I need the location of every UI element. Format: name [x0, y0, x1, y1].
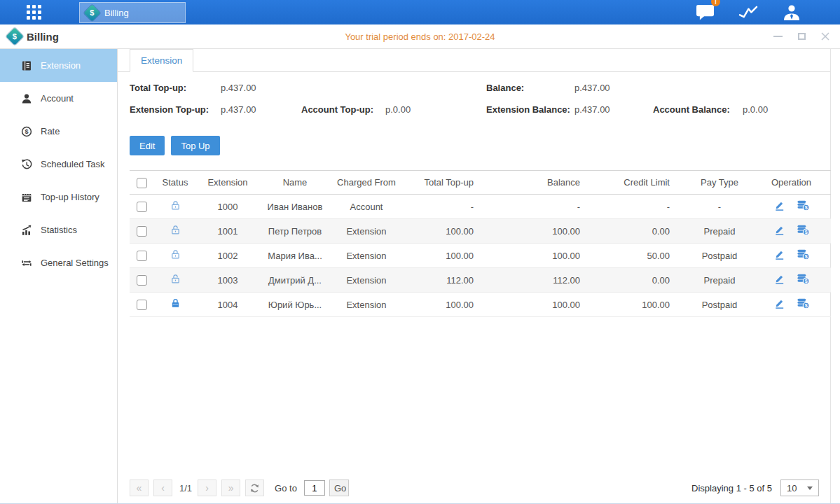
status-cell	[153, 268, 197, 293]
lock-open-icon	[170, 225, 181, 237]
column-header-status: Status	[153, 171, 197, 195]
maximize-button[interactable]	[797, 31, 806, 41]
clock-icon	[21, 158, 33, 170]
row-select-cell	[130, 219, 153, 244]
operation-cell: $	[752, 219, 831, 244]
dollar-coin-icon: $	[21, 125, 33, 137]
row-select-cell	[130, 244, 153, 268]
svg-text:$: $	[804, 230, 807, 235]
refresh-button[interactable]	[245, 479, 264, 496]
credit-limit-cell: 0.00	[598, 219, 687, 244]
taskbar-tab-billing[interactable]: $ Billing	[79, 2, 186, 23]
select-all-checkbox[interactable]	[137, 178, 147, 188]
edit-pencil-icon[interactable]	[773, 200, 785, 214]
bar-chart-icon	[21, 224, 33, 236]
first-page-button[interactable]: «	[130, 479, 149, 496]
extension-balance-label: Extension Balance:	[486, 104, 570, 115]
billing-diamond-icon: $	[6, 27, 23, 45]
extension-cell: 1003	[197, 268, 259, 293]
sidebar-item-label: General Settings	[41, 258, 109, 268]
charged-from-cell: Extension	[331, 219, 401, 244]
operation-cell: $	[752, 244, 831, 268]
sidebar-item-general-settings[interactable]: General Settings	[0, 246, 117, 279]
sidebar-item-scheduled-task[interactable]: Scheduled Task	[0, 148, 117, 181]
balance-cell: 100.00	[491, 244, 598, 268]
goto-page-input[interactable]	[304, 480, 325, 496]
sidebar-item-extension[interactable]: Extension	[0, 49, 117, 82]
window-controls	[773, 31, 830, 41]
tab-strip: Extension	[118, 49, 830, 72]
page-size-dropdown[interactable]: 10	[780, 479, 819, 496]
row-checkbox[interactable]	[137, 202, 147, 212]
table-row: 1003Дмитрий Д...Extension112.00112.000.0…	[130, 268, 831, 293]
sidebar-item-top-up-history[interactable]: Top-up History	[0, 181, 117, 214]
row-checkbox[interactable]	[137, 226, 147, 237]
displaying-text: Displaying 1 - 5 of 5	[691, 483, 772, 493]
close-button[interactable]	[820, 31, 830, 41]
sidebar-item-label: Extension	[41, 60, 81, 71]
taskbar-tab-label: Billing	[104, 8, 129, 18]
row-checkbox[interactable]	[137, 251, 147, 261]
extension-cell: 1001	[197, 219, 259, 244]
minimize-button[interactable]	[773, 31, 783, 41]
name-cell: Иван Иванов	[259, 195, 331, 219]
edit-pencil-icon[interactable]	[773, 248, 785, 262]
tab-extension[interactable]: Extension	[130, 49, 193, 72]
billing-app-window: $ Billing !	[0, 0, 840, 504]
column-header-charged-from: Charged From	[331, 171, 401, 195]
extension-cell: 1004	[197, 293, 259, 317]
edit-pencil-icon[interactable]	[773, 224, 785, 238]
activity-chart-icon[interactable]	[738, 4, 759, 20]
sidebar-item-account[interactable]: Account	[0, 82, 117, 115]
table-row: 1004Юрий Юрь...Extension100.00100.00100.…	[130, 293, 831, 317]
prev-page-button[interactable]: ‹	[153, 479, 172, 496]
chevron-down-icon	[807, 486, 813, 490]
app-grid-icon[interactable]	[27, 5, 41, 20]
row-select-cell	[130, 268, 153, 293]
action-buttons: Edit Top Up	[130, 136, 830, 155]
edit-pencil-icon[interactable]	[773, 298, 785, 312]
sidebar-item-statistics[interactable]: Statistics	[0, 214, 117, 246]
go-button[interactable]: Go	[329, 479, 349, 496]
select-all-header-cell	[130, 171, 153, 195]
sidebar: ExtensionAccount$RateScheduled TaskTop-u…	[0, 49, 118, 503]
column-header-total-top-up: Total Top-up	[401, 171, 491, 195]
balance-cell: -	[491, 195, 598, 219]
user-icon[interactable]	[781, 4, 801, 21]
window-titlebar: Your trial period ends on: 2017-02-24 $ …	[0, 24, 840, 49]
taskbar: $ Billing !	[0, 0, 840, 24]
extension-cell: 1002	[197, 244, 259, 268]
edit-pencil-icon[interactable]	[773, 273, 785, 287]
pay-type-cell: Postpaid	[687, 293, 752, 317]
coins-topup-icon[interactable]: $	[797, 200, 810, 214]
billing-summary: Total Top-up: p.437.00 Balance: p.437.00…	[130, 83, 830, 118]
column-header-extension: Extension	[197, 171, 259, 195]
edit-button[interactable]: Edit	[130, 136, 165, 155]
coins-topup-icon[interactable]: $	[797, 273, 810, 287]
total-topup-label: Total Top-up:	[130, 83, 186, 93]
billing-diamond-icon: $	[83, 4, 100, 21]
coins-topup-icon[interactable]: $	[797, 298, 810, 312]
column-header-balance: Balance	[491, 171, 598, 195]
charged-from-cell: Account	[331, 195, 401, 219]
sidebar-item-rate[interactable]: $Rate	[0, 115, 117, 148]
top-up-button[interactable]: Top Up	[171, 136, 219, 155]
account-balance-value: p.0.00	[743, 104, 768, 115]
extension-topup-value: p.437.00	[221, 104, 256, 115]
coins-topup-icon[interactable]: $	[797, 248, 810, 262]
next-page-button[interactable]: ›	[198, 479, 216, 496]
coins-topup-icon[interactable]: $	[797, 224, 810, 238]
last-page-button[interactable]: »	[221, 479, 240, 496]
operation-cell: $	[752, 195, 831, 219]
column-header-pay-type: Pay Type	[687, 171, 752, 195]
table-row: 1001Петр ПетровExtension100.00100.000.00…	[130, 219, 831, 244]
pay-type-cell: -	[687, 195, 752, 219]
operation-cell: $	[752, 293, 831, 317]
account-topup-value: p.0.00	[385, 104, 411, 115]
window-title: Billing	[27, 31, 59, 43]
balance-label: Balance:	[486, 83, 524, 93]
taskbar-right-icons: !	[696, 0, 801, 24]
row-checkbox[interactable]	[137, 300, 147, 310]
messages-icon[interactable]: !	[696, 4, 716, 21]
row-checkbox[interactable]	[137, 275, 147, 286]
